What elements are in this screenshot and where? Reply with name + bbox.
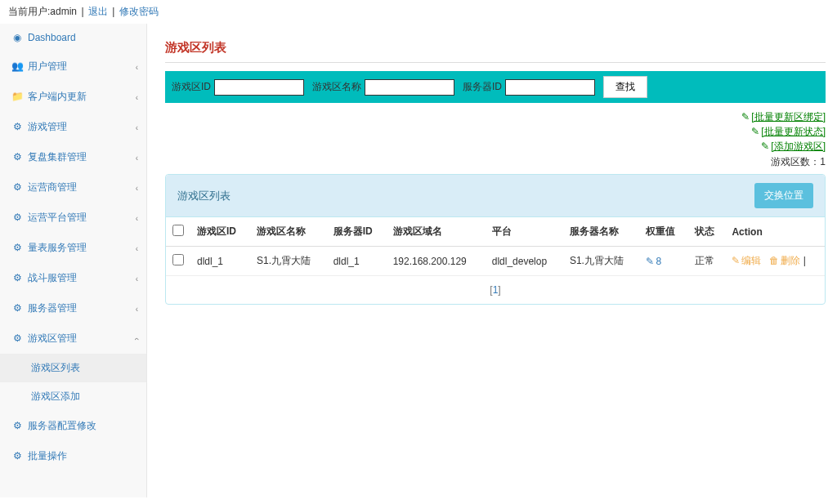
zone-id-label: 游戏区ID [172, 80, 211, 94]
edit-icon: ✎ [751, 126, 759, 137]
sitemap-icon: ⚙ [11, 151, 23, 163]
sidebar-item-label: 服务器管理 [28, 302, 77, 314]
sidebar-sub-label: 游戏区添加 [31, 390, 80, 402]
col-server-id: 服务器ID [327, 217, 387, 247]
sitemap-icon: ⚙ [11, 420, 23, 431]
sitemap-icon: ⚙ [11, 450, 23, 462]
cell-status: 正常 [688, 247, 726, 276]
sidebar-item-label: 游戏管理 [28, 121, 67, 132]
chevron-left-icon: ‹ [136, 304, 138, 313]
zone-count-value: 1 [820, 156, 826, 167]
sidebar-sub-zone-list[interactable]: 游戏区列表 [0, 354, 146, 382]
swap-position-button[interactable]: 交换位置 [754, 183, 813, 208]
sidebar-item-label: 用户管理 [28, 60, 67, 72]
sidebar-item-zone-mgmt[interactable]: ⚙游戏区管理‹ [0, 323, 146, 354]
chevron-left-icon: ‹ [136, 153, 138, 162]
main-content: 游戏区列表 游戏区ID 游戏区名称 服务器ID 查找 ✎[批量更新区绑定] ✎ [147, 24, 837, 497]
pager-bracket: ] [498, 284, 500, 296]
col-server-name: 服务器名称 [563, 217, 640, 247]
panel-title: 游戏区列表 [177, 189, 231, 203]
sidebar-sub-zone-add[interactable]: 游戏区添加 [0, 382, 146, 411]
change-password-link[interactable]: 修改密码 [119, 6, 159, 17]
sidebar-item-op-platform[interactable]: ⚙运营平台管理‹ [0, 203, 146, 233]
sidebar-item-server-config[interactable]: ⚙服务器配置修改 [0, 411, 146, 441]
page-title: 游戏区列表 [165, 40, 826, 56]
sidebar: ◉Dashboard 👥用户管理‹ 📁客户端内更新‹ ⚙游戏管理‹ ⚙复盘集群管… [0, 24, 147, 497]
edit-icon: ✎ [732, 255, 740, 266]
col-status: 状态 [688, 217, 726, 247]
logout-link[interactable]: 退出 [88, 6, 108, 17]
col-domain: 游戏区域名 [387, 217, 486, 247]
sitemap-icon: ⚙ [11, 212, 23, 223]
search-bar: 游戏区ID 游戏区名称 服务器ID 查找 [165, 71, 826, 103]
current-user-name: admin [50, 6, 77, 17]
zone-name-label: 游戏区名称 [312, 80, 361, 94]
sidebar-item-user-mgmt[interactable]: 👥用户管理‹ [0, 51, 146, 82]
delete-row-link[interactable]: 🗑删除 [769, 255, 800, 266]
sidebar-item-server-mgmt[interactable]: ⚙服务器管理‹ [0, 293, 146, 323]
table-row: dldl_1 S1.九霄大陆 dldl_1 192.168.200.129 dl… [166, 247, 825, 276]
add-zone-link[interactable]: [添加游戏区] [771, 140, 826, 152]
cell-zone-id: dldl_1 [190, 247, 250, 276]
zone-table: 游戏区ID 游戏区名称 服务器ID 游戏区域名 平台 服务器名称 权重值 状态 … [166, 217, 825, 276]
top-action-links: ✎[批量更新区绑定] ✎[批量更新状态] ✎[添加游戏区] [741, 109, 826, 154]
zone-count: 游戏区数：1 [165, 155, 826, 169]
sidebar-item-dashboard[interactable]: ◉Dashboard [0, 24, 146, 51]
zone-id-input[interactable] [214, 79, 304, 96]
sitemap-icon: ⚙ [11, 272, 23, 283]
sidebar-item-operator-mgmt[interactable]: ⚙运营商管理‹ [0, 172, 146, 203]
sidebar-item-label: 量表服务管理 [28, 242, 87, 253]
search-button[interactable]: 查找 [603, 76, 647, 98]
select-all-checkbox[interactable] [172, 225, 184, 236]
chevron-left-icon: ‹ [136, 62, 138, 71]
sidebar-item-label: 游戏区管理 [28, 332, 77, 344]
chevron-down-icon: ‹ [132, 337, 141, 340]
action-sep: | [803, 255, 806, 266]
sidebar-item-label: Dashboard [28, 32, 76, 43]
sitemap-icon: ⚙ [11, 121, 23, 132]
chevron-left-icon: ‹ [136, 213, 138, 222]
sidebar-item-replay-cluster[interactable]: ⚙复盘集群管理‹ [0, 142, 146, 172]
edit-icon: ✎ [741, 111, 750, 123]
chevron-left-icon: ‹ [136, 243, 138, 252]
zone-name-input[interactable] [365, 79, 454, 96]
edit-label: 编辑 [741, 255, 761, 266]
col-weight: 权重值 [639, 217, 687, 247]
current-user-label: 当前用户: [8, 6, 50, 17]
top-user-bar: 当前用户:admin | 退出 | 修改密码 [0, 0, 837, 24]
sidebar-item-battle-server[interactable]: ⚙战斗服管理‹ [0, 263, 146, 293]
folder-icon: 📁 [11, 91, 23, 102]
sidebar-item-label: 复盘集群管理 [28, 151, 87, 163]
users-icon: 👥 [11, 60, 23, 72]
weight-value: 8 [656, 256, 661, 267]
cell-zone-name: S1.九霄大陆 [250, 247, 327, 276]
col-zone-id: 游戏区ID [190, 217, 250, 247]
cell-domain: 192.168.200.129 [387, 247, 486, 276]
server-id-input[interactable] [505, 79, 595, 96]
sidebar-item-label: 战斗服管理 [28, 272, 77, 283]
row-checkbox[interactable] [172, 254, 184, 265]
sidebar-item-game-mgmt[interactable]: ⚙游戏管理‹ [0, 112, 146, 142]
batch-status-link[interactable]: [批量更新状态] [761, 126, 826, 137]
sidebar-item-batch-ops[interactable]: ⚙批量操作 [0, 441, 146, 471]
cell-platform: dldl_develop [486, 247, 563, 276]
cell-server-name: S1.九霄大陆 [563, 247, 640, 276]
edit-icon: ✎ [761, 140, 769, 152]
batch-bind-link[interactable]: [批量更新区绑定] [751, 111, 826, 123]
edit-row-link[interactable]: ✎编辑 [732, 255, 761, 266]
sidebar-item-label: 运营平台管理 [28, 212, 87, 223]
weight-link[interactable]: ✎8 [646, 256, 661, 267]
zone-count-label: 游戏区数： [771, 156, 820, 167]
title-divider [165, 62, 826, 63]
sidebar-item-label: 客户端内更新 [28, 91, 87, 102]
sidebar-item-label: 服务器配置修改 [28, 420, 96, 431]
sidebar-item-label: 运营商管理 [28, 181, 77, 193]
edit-icon: ✎ [646, 256, 654, 267]
cell-action: ✎编辑 🗑删除 | [725, 247, 825, 276]
pager: [1] [166, 276, 825, 304]
chevron-left-icon: ‹ [136, 123, 138, 132]
sitemap-icon: ⚙ [11, 181, 23, 193]
sidebar-item-client-update[interactable]: 📁客户端内更新‹ [0, 82, 146, 112]
sidebar-sub-label: 游戏区列表 [31, 362, 80, 373]
sidebar-item-scale-service[interactable]: ⚙量表服务管理‹ [0, 233, 146, 263]
